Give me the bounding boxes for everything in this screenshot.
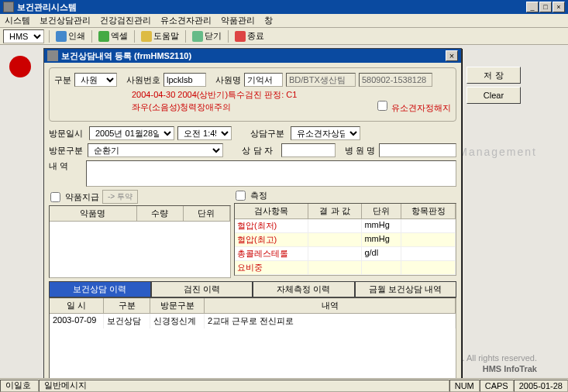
bg-brand: HMS InfoTrak (483, 364, 537, 373)
status-caps: CAPS (480, 380, 514, 392)
sawonname-label: 사원명 (215, 74, 241, 86)
inner-titlebar: 보건상담내역 등록 (frmHMS2110) × (44, 49, 461, 63)
tb-exit[interactable]: 종료 (233, 30, 266, 42)
menu-findings[interactable]: 유소견자관리 (160, 15, 212, 26)
hms-select[interactable]: HMS (3, 29, 44, 43)
bg-rights: Ltd. All rights reserved. (450, 353, 537, 363)
info-panel: 구분 사원 사원번호 사원명 2004-04-30 2004(상반기)특수검진 … (49, 67, 456, 122)
tab-selfmeasure-history[interactable]: 자체측정 이력 (253, 281, 355, 297)
status-user: 이일호 (0, 380, 39, 392)
medicine-table: 약품명 수량 단위 (49, 205, 231, 278)
menu-medicine[interactable]: 약품관리 (221, 15, 255, 26)
minimize-button[interactable]: _ (526, 2, 539, 12)
status-date: 2005-01-28 (514, 380, 568, 392)
exit-icon (235, 31, 246, 42)
app-title: 보건관리시스템 (17, 2, 526, 13)
sawonno-label: 사원번호 (126, 74, 160, 86)
hist-col-content: 내역 (205, 298, 456, 313)
tb-help[interactable]: 도움말 (139, 30, 181, 42)
history-row[interactable]: 2003-07-09보건상담신경정신계2교대 근무로 전신피로 (50, 314, 456, 328)
inner-close-button[interactable]: × (446, 50, 458, 61)
med-col-name: 약품명 (50, 206, 137, 221)
meas-col-unit: 단위 (362, 204, 401, 218)
tab-consult-history[interactable]: 보건상담 이력 (49, 281, 151, 297)
inner-window: 보건상담내역 등록 (frmHMS2110) × 구분 사원 사원번호 사원명 … (43, 48, 462, 381)
tb-excel[interactable]: 엑셀 (97, 30, 129, 42)
clear-button[interactable]: Clear (466, 87, 521, 104)
hist-col-gubun: 구분 (104, 298, 150, 313)
meas-col-val: 결 과 값 (308, 204, 363, 218)
save-button[interactable]: 저 장 (466, 67, 521, 84)
menu-consult[interactable]: 보건상담관리 (40, 15, 91, 26)
closewin-icon (192, 31, 203, 42)
menu-checkup[interactable]: 건강검진관리 (100, 15, 151, 26)
menu-window[interactable]: 창 (264, 15, 273, 26)
hospital-input[interactable] (379, 143, 456, 157)
close-button[interactable]: × (553, 2, 565, 12)
consulttype-label: 상담구분 (250, 128, 287, 139)
help-icon (141, 31, 152, 42)
measure-checkbox[interactable] (236, 191, 246, 201)
restore-button[interactable]: □ (539, 2, 552, 12)
ssn-field (359, 73, 432, 87)
visitdate-label: 방문일시 (49, 128, 86, 139)
measure-row[interactable]: 요비중 (235, 261, 456, 275)
tb-print[interactable]: 인쇄 (54, 30, 87, 42)
sawonno-input[interactable] (164, 73, 206, 87)
status-num: NUM (449, 380, 480, 392)
medicine-label: 약품지급 (65, 191, 99, 203)
gubun-label: 구분 (54, 74, 71, 86)
content-textarea[interactable] (86, 160, 456, 187)
measure-table: 검사항목 결 과 값 단위 항목판정 혈압(최저)mmHg혈압(최고)mmHg총… (234, 203, 456, 276)
dept-field (286, 73, 356, 87)
visittype-label: 방문구분 (49, 145, 84, 156)
status-bar: 이일호 일반메시지 NUM CAPS 2005-01-28 (0, 378, 568, 392)
main-area: ealth Management Ltd. All rights reserve… (0, 45, 568, 378)
menubar: 시스템 보건상담관리 건강검진관리 유소견자관리 약품관리 창 (0, 14, 568, 28)
gubun-select[interactable]: 사원 (74, 73, 117, 87)
app-titlebar: 보건관리시스템 _ □ × (0, 0, 568, 14)
inner-title: 보건상담내역 등록 (frmHMS2110) (61, 50, 446, 62)
sawonname-input[interactable] (244, 73, 283, 87)
tb-closewin[interactable]: 닫기 (191, 30, 223, 42)
findings-release-label: 유소견자정해지 (391, 103, 451, 112)
med-col-unit: 단위 (184, 206, 230, 221)
consulttype-select[interactable]: 유소견자상담 (291, 126, 360, 140)
app-icon (3, 2, 14, 12)
warning-line1: 2004-04-30 2004(상반기)특수검진 판정: C1 (132, 89, 451, 101)
measure-row[interactable]: 총콜레스테롤g/dl (235, 247, 456, 261)
history-tabs: 보건상담 이력 검진 이력 자체측정 이력 금월 보건상담 내역 (49, 281, 456, 297)
meas-col-item: 검사항목 (235, 204, 308, 218)
menu-system[interactable]: 시스템 (5, 15, 30, 26)
med-col-qty: 수량 (137, 206, 184, 221)
findings-release-checkbox[interactable] (377, 101, 387, 111)
hist-col-visit: 방문구분 (150, 298, 205, 313)
measure-row[interactable]: 혈압(최저)mmHg (235, 219, 456, 233)
measure-label: 측정 (250, 190, 267, 201)
measure-row[interactable]: 혈압(최고)mmHg (235, 233, 456, 247)
meas-col-judge: 항목판정 (401, 204, 456, 218)
hospital-label: 병 원 명 (345, 145, 376, 156)
counselor-label: 상 담 자 (242, 145, 277, 156)
tab-month-consult[interactable]: 금월 보건상담 내역 (355, 281, 457, 297)
visittype-select[interactable]: 순환기 (88, 143, 223, 157)
inner-icon (47, 50, 58, 61)
print-icon (56, 31, 67, 42)
visitdate-select[interactable]: 2005년 01월28일 (89, 126, 174, 140)
hist-col-date: 일 시 (50, 298, 104, 313)
warning-line2: 좌우(소음성)청력장애주의 (132, 101, 231, 113)
tab-checkup-history[interactable]: 검진 이력 (151, 281, 253, 297)
counselor-input[interactable] (281, 143, 336, 157)
content-label: 내 역 (49, 160, 83, 172)
medicine-checkbox[interactable] (50, 192, 60, 202)
excel-icon (98, 31, 109, 42)
dispense-button[interactable]: -> 투약 (102, 190, 138, 204)
toolbar: HMS 인쇄 엑셀 도움말 닫기 종료 (0, 28, 568, 45)
lg-logo-icon (9, 56, 31, 77)
status-message: 일반메시지 (39, 380, 449, 392)
visittime-select[interactable]: 오전 1:45 (177, 126, 232, 140)
